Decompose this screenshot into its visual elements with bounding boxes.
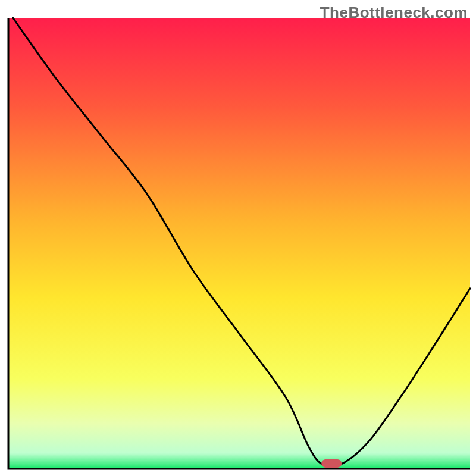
plot-background <box>8 18 470 469</box>
bottleneck-chart: TheBottleneck.com <box>0 0 476 476</box>
optimal-point-marker <box>321 459 342 468</box>
chart-canvas <box>0 0 476 476</box>
